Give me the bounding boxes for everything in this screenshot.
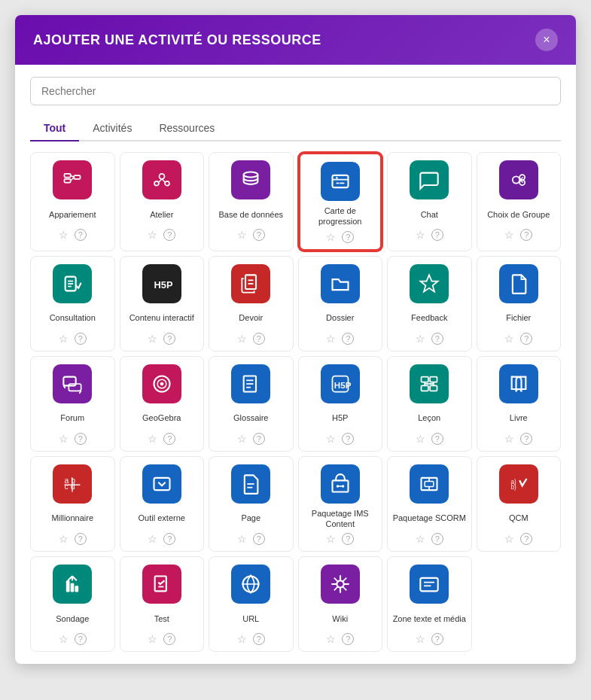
star-icon-paquetage-scorm[interactable]: ☆ <box>416 533 425 545</box>
actions-choix-groupe: ☆ ? <box>504 229 532 241</box>
star-icon-appariement[interactable]: ☆ <box>59 229 69 241</box>
star-icon-test[interactable]: ☆ <box>148 633 157 645</box>
help-icon-consultation[interactable]: ? <box>75 333 87 345</box>
card-wiki[interactable]: Wiki ☆ ? <box>298 556 383 652</box>
help-icon-sondage[interactable]: ? <box>75 633 87 645</box>
card-consultation[interactable]: Consultation ☆ ? <box>30 256 115 352</box>
help-icon-contenu-interactif[interactable]: ? <box>163 333 175 345</box>
star-icon-base-de-donnees[interactable]: ☆ <box>237 229 247 241</box>
help-icon-outil-externe[interactable]: ? <box>163 533 175 545</box>
help-icon-glossaire[interactable]: ? <box>253 433 265 445</box>
card-contenu-interactif[interactable]: H5P Contenu interactif ☆ ? <box>120 256 205 352</box>
star-icon-glossaire[interactable]: ☆ <box>237 433 247 445</box>
star-icon-choix-groupe[interactable]: ☆ <box>504 229 514 241</box>
help-icon-test[interactable]: ? <box>163 633 175 645</box>
help-icon-livre[interactable]: ? <box>520 433 532 445</box>
help-icon-base-de-donnees[interactable]: ? <box>253 229 265 241</box>
help-icon-page[interactable]: ? <box>253 533 265 545</box>
star-icon-page[interactable]: ☆ <box>237 533 247 545</box>
card-forum[interactable]: Forum ☆ ? <box>30 356 115 452</box>
help-icon-devoir[interactable]: ? <box>253 333 265 345</box>
star-icon-chat[interactable]: ☆ <box>416 229 425 241</box>
star-icon-feedback[interactable]: ☆ <box>416 333 425 345</box>
card-fichier[interactable]: Fichier ☆ ? <box>477 256 562 352</box>
help-icon-paquetage-scorm[interactable]: ? <box>431 533 443 545</box>
star-icon-paquetage-ims[interactable]: ☆ <box>326 533 336 545</box>
help-icon-h5p[interactable]: ? <box>342 433 354 445</box>
label-millionnaire: Millionnaire <box>51 508 93 529</box>
help-icon-millionnaire[interactable]: ? <box>75 533 87 545</box>
star-icon-dossier[interactable]: ☆ <box>326 333 336 345</box>
help-icon-feedback[interactable]: ? <box>431 333 443 345</box>
help-icon-paquetage-ims[interactable]: ? <box>342 533 354 545</box>
card-test[interactable]: Test ☆ ? <box>120 556 205 652</box>
star-icon-devoir[interactable]: ☆ <box>237 333 247 345</box>
help-icon-carte-progression[interactable]: ? <box>342 231 354 243</box>
card-qcm[interactable]: a)b) QCM ☆ ? <box>477 456 562 552</box>
label-wiki: Wiki <box>332 608 348 629</box>
card-lecon[interactable]: Leçon ☆ ? <box>387 356 472 452</box>
star-icon-zone-texte[interactable]: ☆ <box>416 633 425 645</box>
card-feedback[interactable]: Feedback ☆ ? <box>387 256 472 352</box>
star-icon-atelier[interactable]: ☆ <box>148 229 157 241</box>
card-paquetage-scorm[interactable]: Paquetage SCORM ☆ ? <box>387 456 472 552</box>
tab-tout[interactable]: Tout <box>30 116 79 142</box>
card-dossier[interactable]: Dossier ☆ ? <box>298 256 383 352</box>
card-geogebra[interactable]: GeoGebra ☆ ? <box>120 356 205 452</box>
card-sondage[interactable]: Sondage ☆ ? <box>30 556 115 652</box>
help-icon-forum[interactable]: ? <box>75 433 87 445</box>
card-page[interactable]: Page ☆ ? <box>209 456 294 552</box>
star-icon-geogebra[interactable]: ☆ <box>148 433 157 445</box>
card-paquetage-ims[interactable]: Paquetage IMS Content ☆ ? <box>298 456 383 552</box>
card-choix-groupe[interactable]: Choix de Groupe ☆ ? <box>477 152 562 251</box>
star-icon-sondage[interactable]: ☆ <box>59 633 69 645</box>
help-icon-zone-texte[interactable]: ? <box>431 633 443 645</box>
help-icon-url[interactable]: ? <box>253 633 265 645</box>
help-icon-chat[interactable]: ? <box>431 229 443 241</box>
help-icon-wiki[interactable]: ? <box>342 633 354 645</box>
card-outil-externe[interactable]: Outil externe ☆ ? <box>120 456 205 552</box>
star-icon-millionnaire[interactable]: ☆ <box>59 533 69 545</box>
card-url[interactable]: URL ☆ ? <box>209 556 294 652</box>
star-icon-h5p[interactable]: ☆ <box>326 433 336 445</box>
help-icon-fichier[interactable]: ? <box>520 333 532 345</box>
card-appariement[interactable]: Appariement ☆ ? <box>30 152 115 251</box>
star-icon-url[interactable]: ☆ <box>237 633 247 645</box>
star-icon-contenu-interactif[interactable]: ☆ <box>148 333 157 345</box>
star-icon-wiki[interactable]: ☆ <box>326 633 336 645</box>
svg-point-5 <box>159 174 164 179</box>
help-icon-atelier[interactable]: ? <box>163 229 175 241</box>
tab-activites[interactable]: Activités <box>79 116 145 142</box>
card-zone-texte[interactable]: Zone texte et média ☆ ? <box>387 556 472 652</box>
tab-ressources[interactable]: Ressources <box>145 116 228 142</box>
close-button[interactable]: × <box>535 29 558 51</box>
help-icon-appariement[interactable]: ? <box>75 229 87 241</box>
card-livre[interactable]: Livre ☆ ? <box>477 356 562 452</box>
help-icon-qcm[interactable]: ? <box>520 533 532 545</box>
card-millionnaire[interactable]: a bc d Millionnaire ☆ ? <box>30 456 115 552</box>
actions-page: ☆ ? <box>237 533 265 545</box>
star-icon-carte-progression[interactable]: ☆ <box>326 231 336 243</box>
icon-millionnaire-box: a bc d <box>53 464 92 504</box>
help-icon-geogebra[interactable]: ? <box>163 433 175 445</box>
star-icon-forum[interactable]: ☆ <box>59 433 69 445</box>
star-icon-qcm[interactable]: ☆ <box>504 533 514 545</box>
card-glossaire[interactable]: Glossaire ☆ ? <box>209 356 294 452</box>
card-base-de-donnees[interactable]: Base de données ☆ ? <box>209 152 294 251</box>
star-icon-fichier[interactable]: ☆ <box>504 333 514 345</box>
star-icon-livre[interactable]: ☆ <box>504 433 514 445</box>
help-icon-lecon[interactable]: ? <box>431 433 443 445</box>
card-atelier[interactable]: Atelier ☆ ? <box>120 152 205 251</box>
search-input[interactable] <box>30 77 561 105</box>
star-icon-lecon[interactable]: ☆ <box>416 433 425 445</box>
card-chat[interactable]: Chat ☆ ? <box>387 152 472 251</box>
card-h5p[interactable]: H5P H5P ☆ ? <box>298 356 383 452</box>
icon-consultation-box <box>53 264 92 303</box>
help-icon-choix-groupe[interactable]: ? <box>520 229 532 241</box>
help-icon-dossier[interactable]: ? <box>342 333 354 345</box>
label-carte-progression: Carte de progression <box>305 205 376 227</box>
star-icon-outil-externe[interactable]: ☆ <box>148 533 157 545</box>
card-devoir[interactable]: Devoir ☆ ? <box>209 256 294 352</box>
card-carte-progression[interactable]: Carte de progression ☆ ? <box>298 152 383 251</box>
star-icon-consultation[interactable]: ☆ <box>59 333 69 345</box>
